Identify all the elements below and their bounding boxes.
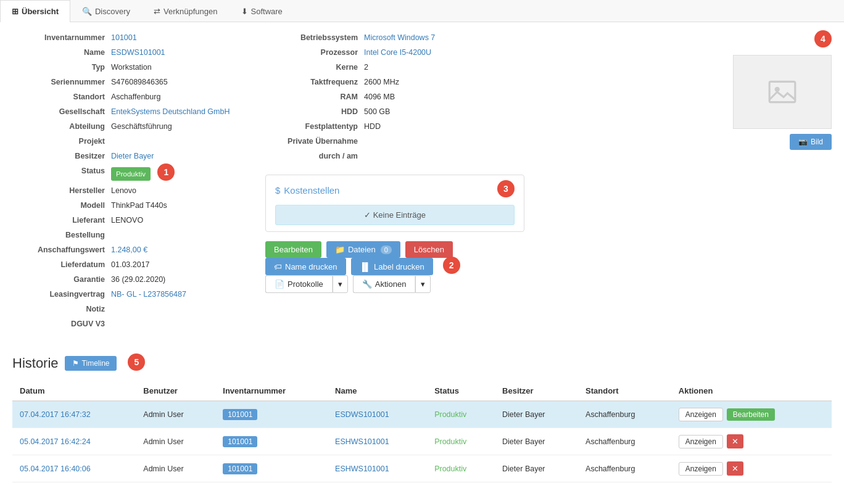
bestellung-value bbox=[111, 229, 247, 241]
protokolle-label: Protokolle bbox=[288, 279, 323, 289]
hersteller-value: Lenovo bbox=[111, 184, 247, 197]
flag-icon: ⚑ bbox=[72, 359, 79, 368]
system-info-table: Betriebssystem Microsoft Windows 7 Proze… bbox=[265, 31, 524, 162]
durch-am-label: durch / am bbox=[265, 150, 364, 162]
inventarnummer-value: 101001 bbox=[111, 31, 247, 44]
info-section: Inventarnummer 101001 Name ESDWS101001 T… bbox=[12, 31, 832, 330]
festplattentyp-label: Festplattentyp bbox=[265, 120, 364, 133]
gesellschaft-label: Gesellschaft bbox=[12, 105, 111, 118]
image-placeholder-icon bbox=[767, 76, 798, 107]
dollar-icon: $ bbox=[275, 185, 280, 196]
col-benutzer: Benutzer bbox=[136, 381, 215, 401]
col-status: Status bbox=[427, 381, 495, 401]
tab-discovery[interactable]: 🔍 Discovery bbox=[70, 0, 142, 22]
taktfrequenz-label: Taktfrequenz bbox=[265, 76, 364, 88]
hdd-value: 500 GB bbox=[364, 105, 524, 118]
label-drucken-button[interactable]: ▐▌ Label drucken bbox=[351, 258, 433, 275]
anzeigen-button[interactable]: Anzeigen bbox=[679, 462, 723, 476]
dateien-button[interactable]: 📁 Dateien 0 bbox=[326, 241, 400, 258]
lieferdatum-label: Lieferdatum bbox=[12, 258, 111, 271]
kostenstellen-title: $ Kostenstellen 3 bbox=[275, 181, 515, 199]
name-drucken-button[interactable]: 🏷 Name drucken bbox=[265, 258, 346, 275]
file-icon: 📄 bbox=[275, 279, 284, 289]
delete-row-button[interactable]: ✕ bbox=[727, 434, 743, 448]
lieferdatum-value: 01.03.2017 bbox=[111, 258, 247, 271]
dguv-value bbox=[111, 318, 247, 330]
cell-datum: 05.04.2017 16:40:06 bbox=[12, 455, 136, 482]
loeschen-button[interactable]: Löschen bbox=[405, 241, 453, 258]
status-badge: Produktiv bbox=[111, 167, 151, 181]
cell-name: ESHWS101001 bbox=[328, 428, 427, 455]
search-icon: 🔍 bbox=[82, 7, 92, 16]
festplattentyp-value: HDD bbox=[364, 120, 524, 133]
standort-label: Standort bbox=[12, 91, 111, 103]
tab-overview[interactable]: ⊞ Übersicht bbox=[0, 0, 70, 22]
bearbeiten-row-button[interactable]: Bearbeiten bbox=[727, 408, 775, 421]
grid-icon: ⊞ bbox=[12, 7, 19, 16]
cell-benutzer: Admin User bbox=[136, 401, 215, 428]
protokolle-dropdown-button[interactable]: ▾ bbox=[333, 275, 348, 293]
historie-header: Historie ⚑ Timeline 5 bbox=[12, 355, 832, 372]
timeline-button[interactable]: ⚑ Timeline bbox=[65, 356, 117, 371]
hersteller-label: Hersteller bbox=[12, 184, 111, 197]
bearbeiten-button[interactable]: Bearbeiten bbox=[265, 241, 321, 258]
anschaffungswert-value: 1.248,00 € bbox=[111, 244, 247, 256]
bild-label: Bild bbox=[811, 138, 823, 146]
device-info-left: Inventarnummer 101001 Name ESDWS101001 T… bbox=[12, 31, 247, 330]
seriennummer-value: S476089846365 bbox=[111, 76, 247, 88]
kostenstellen-title-text: Kostenstellen bbox=[284, 185, 339, 196]
cell-aktionen: Anzeigen ✕ bbox=[671, 455, 832, 482]
cell-benutzer: Admin User bbox=[136, 428, 215, 455]
tab-verknuepfungen[interactable]: ⇄ Verknüpfungen bbox=[142, 0, 229, 22]
cell-standort: Aschaffenburg bbox=[578, 455, 671, 482]
protokolle-button[interactable]: 📄 Protokolle bbox=[265, 275, 333, 293]
private-uebernahme-label: Private Übernahme bbox=[265, 135, 364, 147]
annotation-circle-4: 4 bbox=[814, 30, 832, 48]
barcode-icon: ▐▌ bbox=[360, 262, 371, 271]
annotation-circle-3: 3 bbox=[497, 180, 515, 197]
cell-besitzer: Dieter Bayer bbox=[495, 455, 578, 482]
cell-status: Produktiv bbox=[427, 428, 495, 455]
cell-standort: Aschaffenburg bbox=[578, 401, 671, 428]
ram-value: 4096 MB bbox=[364, 91, 524, 103]
bild-button[interactable]: 📷 Bild bbox=[790, 134, 832, 150]
col-inventarnummer: Inventarnummer bbox=[215, 381, 328, 401]
dateien-count: 0 bbox=[381, 246, 392, 254]
taktfrequenz-value: 2600 MHz bbox=[364, 76, 524, 88]
anzeigen-button[interactable]: Anzeigen bbox=[679, 408, 723, 421]
annotation-circle-1: 1 bbox=[157, 163, 175, 181]
download-icon: ⬇ bbox=[241, 7, 248, 16]
table-row: 05.04.2017 16:42:24 Admin User 101001 ES… bbox=[12, 428, 832, 455]
prozessor-label: Prozessor bbox=[265, 46, 364, 59]
cell-name: ESHWS101001 bbox=[328, 455, 427, 482]
tab-software[interactable]: ⬇ Software bbox=[230, 0, 294, 22]
aktionen-dropdown-button[interactable]: ▾ bbox=[415, 275, 431, 293]
history-table-head: Datum Benutzer Inventarnummer Name Statu… bbox=[12, 381, 832, 401]
svg-rect-0 bbox=[769, 81, 795, 102]
cell-aktionen: Anzeigen ✕ bbox=[671, 428, 832, 455]
ram-label: RAM bbox=[265, 91, 364, 103]
lieferant-label: Lieferant bbox=[12, 214, 111, 226]
tag-icon: 🏷 bbox=[274, 262, 282, 271]
table-row: 07.04.2017 16:47:32 Admin User 101001 ES… bbox=[12, 401, 832, 428]
garantie-label: Garantie bbox=[12, 273, 111, 286]
annotation-circle-2: 2 bbox=[443, 257, 460, 274]
anzeigen-button[interactable]: Anzeigen bbox=[679, 435, 723, 448]
action-buttons-row2: 🏷 Name drucken ▐▌ Label drucken 2 bbox=[265, 258, 524, 275]
cell-besitzer: Dieter Bayer bbox=[495, 401, 578, 428]
timeline-label: Timeline bbox=[82, 359, 110, 368]
bestellung-label: Bestellung bbox=[12, 229, 111, 241]
aktionen-button[interactable]: 🔧 Aktionen bbox=[353, 275, 416, 293]
delete-row-button[interactable]: ✕ bbox=[727, 461, 743, 476]
cell-datum: 05.04.2017 16:42:24 bbox=[12, 428, 136, 455]
history-table-body: 07.04.2017 16:47:32 Admin User 101001 ES… bbox=[12, 401, 832, 482]
col-aktionen: Aktionen bbox=[671, 381, 832, 401]
col-besitzer: Besitzer bbox=[495, 381, 578, 401]
cell-status: Produktiv bbox=[427, 455, 495, 482]
col-name: Name bbox=[328, 381, 427, 401]
betriebssystem-value: Microsoft Windows 7 bbox=[364, 31, 524, 44]
camera-icon: 📷 bbox=[798, 138, 808, 146]
cell-standort: Aschaffenburg bbox=[578, 428, 671, 455]
abteilung-value: Geschäftsführung bbox=[111, 120, 247, 133]
cell-benutzer: Admin User bbox=[136, 455, 215, 482]
